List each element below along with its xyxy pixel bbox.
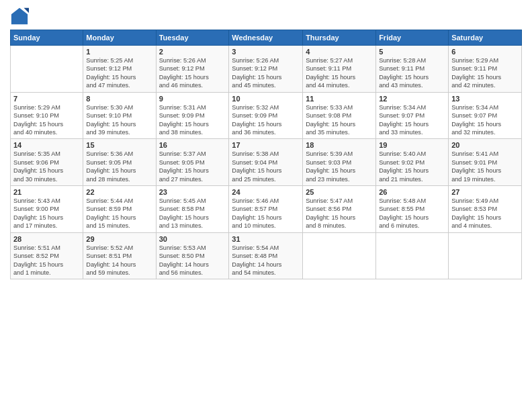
calendar-page: SundayMondayTuesdayWednesdayThursdayFrid…: [0, 0, 532, 411]
day-info: Sunrise: 5:29 AM Sunset: 9:11 PM Dayligh…: [451, 56, 519, 90]
calendar-week-row: 28Sunrise: 5:51 AM Sunset: 8:52 PM Dayli…: [11, 232, 522, 279]
day-info: Sunrise: 5:32 AM Sunset: 9:09 PM Dayligh…: [232, 103, 300, 137]
day-number: 16: [159, 141, 226, 149]
calendar-week-row: 14Sunrise: 5:35 AM Sunset: 9:06 PM Dayli…: [11, 139, 522, 186]
day-info: Sunrise: 5:28 AM Sunset: 9:11 PM Dayligh…: [379, 56, 445, 90]
day-number: 25: [306, 188, 373, 196]
day-info: Sunrise: 5:38 AM Sunset: 9:04 PM Dayligh…: [232, 150, 300, 183]
day-number: 21: [13, 188, 80, 196]
day-info: Sunrise: 5:46 AM Sunset: 8:57 PM Dayligh…: [232, 197, 300, 230]
day-number: 13: [451, 95, 519, 103]
day-number: 28: [13, 235, 80, 243]
day-number: 27: [451, 188, 519, 196]
day-info: Sunrise: 5:51 AM Sunset: 8:52 PM Dayligh…: [13, 244, 80, 277]
day-info: Sunrise: 5:54 AM Sunset: 8:48 PM Dayligh…: [232, 244, 300, 277]
calendar-cell: 25Sunrise: 5:47 AM Sunset: 8:56 PM Dayli…: [303, 186, 376, 233]
day-info: Sunrise: 5:34 AM Sunset: 9:07 PM Dayligh…: [379, 103, 445, 137]
svg-marker-0: [11, 8, 28, 24]
calendar-cell: 8Sunrise: 5:30 AM Sunset: 9:10 PM Daylig…: [83, 92, 156, 139]
day-number: 7: [13, 95, 80, 103]
day-number: 30: [159, 235, 226, 243]
day-number: 10: [232, 95, 300, 103]
weekday-header: Wednesday: [229, 30, 303, 46]
calendar-cell: 16Sunrise: 5:37 AM Sunset: 9:05 PM Dayli…: [156, 139, 229, 186]
day-number: 17: [232, 141, 300, 149]
calendar-cell: 28Sunrise: 5:51 AM Sunset: 8:52 PM Dayli…: [11, 232, 83, 279]
calendar-cell: 7Sunrise: 5:29 AM Sunset: 9:10 PM Daylig…: [11, 92, 83, 139]
weekday-header: Thursday: [303, 30, 376, 46]
day-info: Sunrise: 5:43 AM Sunset: 9:00 PM Dayligh…: [13, 197, 80, 230]
calendar-cell: 10Sunrise: 5:32 AM Sunset: 9:09 PM Dayli…: [229, 92, 303, 139]
calendar-cell: 30Sunrise: 5:53 AM Sunset: 8:50 PM Dayli…: [156, 232, 229, 279]
calendar-cell: 24Sunrise: 5:46 AM Sunset: 8:57 PM Dayli…: [229, 186, 303, 233]
calendar-cell: [11, 46, 83, 93]
calendar-week-row: 21Sunrise: 5:43 AM Sunset: 9:00 PM Dayli…: [11, 186, 522, 233]
calendar-cell: 1Sunrise: 5:25 AM Sunset: 9:12 PM Daylig…: [83, 46, 156, 93]
day-number: 31: [232, 235, 300, 243]
day-number: 2: [159, 48, 226, 56]
day-number: 9: [159, 95, 226, 103]
calendar-cell: 15Sunrise: 5:36 AM Sunset: 9:05 PM Dayli…: [83, 139, 156, 186]
calendar-cell: 22Sunrise: 5:44 AM Sunset: 8:59 PM Dayli…: [83, 186, 156, 233]
weekday-header: Monday: [83, 30, 156, 46]
calendar-cell: 31Sunrise: 5:54 AM Sunset: 8:48 PM Dayli…: [229, 232, 303, 279]
calendar-table: SundayMondayTuesdayWednesdayThursdayFrid…: [10, 30, 522, 279]
calendar-cell: 19Sunrise: 5:40 AM Sunset: 9:02 PM Dayli…: [376, 139, 449, 186]
day-info: Sunrise: 5:39 AM Sunset: 9:03 PM Dayligh…: [306, 150, 373, 183]
calendar-week-row: 1Sunrise: 5:25 AM Sunset: 9:12 PM Daylig…: [11, 46, 522, 93]
calendar-cell: 13Sunrise: 5:34 AM Sunset: 9:07 PM Dayli…: [449, 92, 522, 139]
day-info: Sunrise: 5:52 AM Sunset: 8:51 PM Dayligh…: [86, 244, 152, 277]
day-info: Sunrise: 5:35 AM Sunset: 9:06 PM Dayligh…: [13, 150, 80, 183]
calendar-cell: 5Sunrise: 5:28 AM Sunset: 9:11 PM Daylig…: [376, 46, 449, 93]
calendar-cell: 21Sunrise: 5:43 AM Sunset: 9:00 PM Dayli…: [11, 186, 83, 233]
day-number: 29: [86, 235, 152, 243]
day-info: Sunrise: 5:41 AM Sunset: 9:01 PM Dayligh…: [451, 150, 519, 183]
calendar-cell: [449, 232, 522, 279]
day-info: Sunrise: 5:29 AM Sunset: 9:10 PM Dayligh…: [13, 103, 80, 137]
calendar-cell: 29Sunrise: 5:52 AM Sunset: 8:51 PM Dayli…: [83, 232, 156, 279]
day-number: 5: [379, 48, 445, 56]
day-info: Sunrise: 5:30 AM Sunset: 9:10 PM Dayligh…: [86, 103, 152, 137]
day-number: 20: [451, 141, 519, 149]
weekday-row: SundayMondayTuesdayWednesdayThursdayFrid…: [11, 30, 522, 46]
day-number: 26: [379, 188, 445, 196]
day-info: Sunrise: 5:45 AM Sunset: 8:58 PM Dayligh…: [159, 197, 226, 230]
day-info: Sunrise: 5:34 AM Sunset: 9:07 PM Dayligh…: [451, 103, 519, 137]
calendar-cell: 11Sunrise: 5:33 AM Sunset: 9:08 PM Dayli…: [303, 92, 376, 139]
day-number: 4: [306, 48, 373, 56]
calendar-cell: [376, 232, 449, 279]
day-info: Sunrise: 5:48 AM Sunset: 8:55 PM Dayligh…: [379, 197, 445, 230]
day-info: Sunrise: 5:40 AM Sunset: 9:02 PM Dayligh…: [379, 150, 445, 183]
day-info: Sunrise: 5:37 AM Sunset: 9:05 PM Dayligh…: [159, 150, 226, 183]
calendar-header: SundayMondayTuesdayWednesdayThursdayFrid…: [11, 30, 522, 46]
day-number: 18: [306, 141, 373, 149]
weekday-header: Tuesday: [156, 30, 229, 46]
day-number: 6: [451, 48, 519, 56]
day-info: Sunrise: 5:26 AM Sunset: 9:12 PM Dayligh…: [159, 56, 226, 90]
day-number: 11: [306, 95, 373, 103]
day-number: 22: [86, 188, 152, 196]
day-info: Sunrise: 5:36 AM Sunset: 9:05 PM Dayligh…: [86, 150, 152, 183]
calendar-cell: 14Sunrise: 5:35 AM Sunset: 9:06 PM Dayli…: [11, 139, 83, 186]
day-info: Sunrise: 5:31 AM Sunset: 9:09 PM Dayligh…: [159, 103, 226, 137]
day-info: Sunrise: 5:49 AM Sunset: 8:53 PM Dayligh…: [451, 197, 519, 230]
day-number: 3: [232, 48, 300, 56]
calendar-cell: [303, 232, 376, 279]
day-info: Sunrise: 5:53 AM Sunset: 8:50 PM Dayligh…: [159, 244, 226, 277]
calendar-cell: 6Sunrise: 5:29 AM Sunset: 9:11 PM Daylig…: [449, 46, 522, 93]
day-number: 8: [86, 95, 152, 103]
calendar-cell: 23Sunrise: 5:45 AM Sunset: 8:58 PM Dayli…: [156, 186, 229, 233]
day-info: Sunrise: 5:25 AM Sunset: 9:12 PM Dayligh…: [86, 56, 152, 90]
calendar-cell: 20Sunrise: 5:41 AM Sunset: 9:01 PM Dayli…: [449, 139, 522, 186]
day-number: 12: [379, 95, 445, 103]
calendar-cell: 17Sunrise: 5:38 AM Sunset: 9:04 PM Dayli…: [229, 139, 303, 186]
day-info: Sunrise: 5:26 AM Sunset: 9:12 PM Dayligh…: [232, 56, 300, 90]
calendar-cell: 3Sunrise: 5:26 AM Sunset: 9:12 PM Daylig…: [229, 46, 303, 93]
day-number: 14: [13, 141, 80, 149]
logo: [10, 7, 32, 26]
day-number: 15: [86, 141, 152, 149]
calendar-cell: 27Sunrise: 5:49 AM Sunset: 8:53 PM Dayli…: [449, 186, 522, 233]
header: [10, 7, 522, 26]
calendar-cell: 12Sunrise: 5:34 AM Sunset: 9:07 PM Dayli…: [376, 92, 449, 139]
day-info: Sunrise: 5:44 AM Sunset: 8:59 PM Dayligh…: [86, 197, 152, 230]
